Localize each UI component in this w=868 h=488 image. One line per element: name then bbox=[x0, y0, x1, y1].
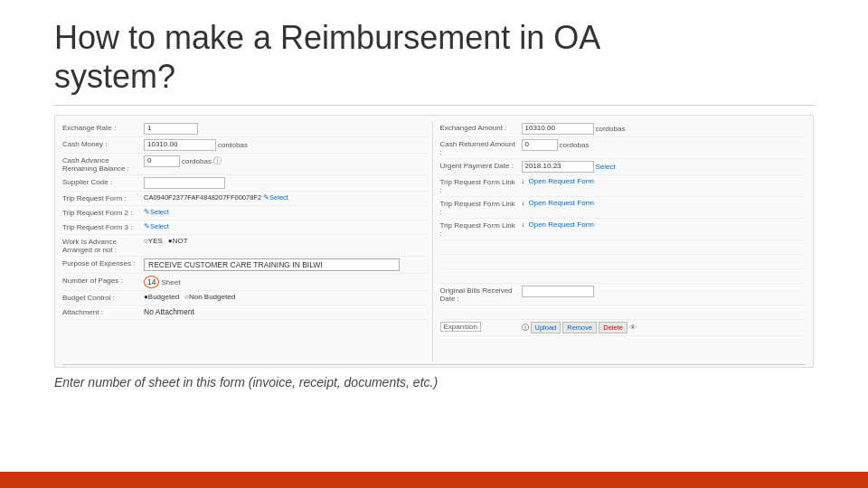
trip-form2-value: ✎Select bbox=[144, 208, 429, 216]
trip-link2-row: Trip Request Form Link : ↓ Open Request … bbox=[440, 197, 807, 219]
budget-label: Budget Control : bbox=[62, 293, 144, 302]
spacer1-row bbox=[440, 240, 807, 255]
info-icon: ⓘ bbox=[213, 155, 222, 167]
supplier-code-row: Supplier Code : bbox=[62, 175, 429, 192]
orig-bills-value bbox=[522, 286, 807, 297]
upload-button[interactable]: Upload bbox=[531, 322, 561, 333]
attachment-row: Attachment : No Attachment bbox=[62, 305, 429, 320]
orig-bills-row: Original Bills Received Date : bbox=[440, 284, 807, 305]
down-arrow2-icon: ↓ bbox=[522, 199, 525, 207]
supplier-code-value bbox=[144, 177, 429, 189]
exchange-rate-input[interactable]: 1 bbox=[144, 123, 198, 135]
radio-yes[interactable]: ○YES bbox=[144, 237, 163, 245]
form-footer-links: ▲ [Travel Expense Claim Detail] bbox=[62, 364, 806, 368]
trip-form2-select[interactable]: ✎Select bbox=[144, 208, 169, 216]
info-attach-icon: ⓘ bbox=[522, 323, 529, 333]
cash-returned-row: Cash Returned Amount : 0 cordobas bbox=[440, 137, 807, 159]
spacer3-row bbox=[440, 269, 807, 284]
down-arrow-icon: ↓ bbox=[522, 177, 525, 185]
trip-form2-row: Trip Request Form 2 : ✎Select bbox=[62, 206, 429, 221]
page-title: How to make a Reimbursement in OA system… bbox=[54, 18, 814, 96]
trip-form3-select[interactable]: ✎Select bbox=[144, 222, 169, 230]
urgent-date-select[interactable]: Select bbox=[596, 163, 616, 171]
cash-returned-unit: cordobas bbox=[560, 141, 590, 149]
supplier-code-input[interactable] bbox=[144, 177, 225, 189]
expansion-input[interactable]: Expansion bbox=[440, 322, 481, 332]
cash-returned-input[interactable]: 0 bbox=[522, 139, 558, 151]
slide-container: How to make a Reimbursement in OA system… bbox=[0, 0, 868, 488]
footer-instruction: Enter number of sheet in this form (invo… bbox=[54, 368, 814, 395]
work-advance-value: ○YES ●NOT bbox=[144, 237, 429, 245]
title-area: How to make a Reimbursement in OA system… bbox=[0, 0, 868, 105]
num-pages-value: 14 Sheet bbox=[144, 276, 429, 288]
orig-bills-input[interactable] bbox=[522, 286, 594, 297]
trip-link2-label: Trip Request Form Link : bbox=[440, 199, 522, 216]
attach-buttons-row: Expansion ⓘ Upload Remove Delete 👁 bbox=[440, 320, 807, 336]
exchanged-amount-value: 10310.00 cordobas bbox=[522, 123, 807, 135]
form-screenshot: Exchange Rate : 1 Cash Money : 10310.00 … bbox=[54, 115, 814, 368]
trip-link2-link[interactable]: Open Request Form bbox=[529, 199, 594, 207]
budget-value: ●Budgeted ○Non Budgeted bbox=[144, 293, 429, 301]
cash-returned-label: Cash Returned Amount : bbox=[440, 139, 522, 156]
attachment-value: No Attachment bbox=[144, 307, 429, 316]
exchange-rate-value: 1 bbox=[144, 123, 429, 135]
cash-advance-row: Cash Advance Remaining Balance : 0 cordo… bbox=[62, 154, 429, 175]
trip-form1-label: Trip Request Form : bbox=[62, 193, 144, 202]
attachment-text: No Attachment bbox=[144, 307, 194, 316]
exchanged-amount-input[interactable]: 10310.00 bbox=[522, 123, 594, 135]
cash-advance-unit: cordobas bbox=[182, 157, 212, 165]
content-area: Exchange Rate : 1 Cash Money : 10310.00 … bbox=[0, 106, 868, 472]
cash-money-input[interactable]: 10310.00 bbox=[144, 139, 216, 151]
exchanged-amount-unit: cordobas bbox=[596, 125, 626, 133]
radio-budgeted[interactable]: ●Budgeted bbox=[144, 293, 179, 301]
down-arrow3-icon: ↓ bbox=[522, 221, 525, 229]
exchanged-amount-row: Exchanged Amount : 10310.00 cordobas bbox=[440, 121, 807, 137]
delete-button[interactable]: Delete bbox=[599, 322, 627, 333]
cash-returned-value: 0 cordobas bbox=[522, 139, 807, 151]
urgent-date-row: Urgent Payment Date : 2018.10.23 Select bbox=[440, 159, 807, 175]
attach-buttons-label: Expansion bbox=[440, 322, 522, 331]
purpose-input[interactable]: RECEIVE CUSTOMER CARE TRAINING IN BILWI bbox=[144, 258, 400, 271]
purpose-row: Purpose of Expenses : RECEIVE CUSTOMER C… bbox=[62, 257, 429, 274]
urgent-date-label: Urgent Payment Date : bbox=[440, 161, 522, 170]
cash-money-unit: cordobas bbox=[218, 141, 248, 149]
cash-advance-input[interactable]: 0 bbox=[144, 155, 180, 167]
trip-form2-label: Trip Request Form 2 : bbox=[62, 208, 144, 217]
cash-money-value: 10310.00 cordobas bbox=[144, 139, 429, 151]
trip-link1-row: Trip Request Form Link : ↓ Open Request … bbox=[440, 175, 807, 197]
cash-advance-label: Cash Advance Remaining Balance : bbox=[62, 155, 144, 173]
cash-money-label: Cash Money : bbox=[62, 139, 144, 148]
num-pages-circled[interactable]: 14 bbox=[144, 276, 159, 288]
budget-row: Budget Control : ●Budgeted ○Non Budgeted bbox=[62, 291, 429, 305]
radio-non-budgeted[interactable]: ○Non Budgeted bbox=[184, 293, 235, 301]
trip-link1-label: Trip Request Form Link : bbox=[440, 177, 522, 194]
attachment-label: Attachment : bbox=[62, 307, 144, 316]
supplier-code-label: Supplier Code : bbox=[62, 177, 144, 186]
view-icon[interactable]: 👁 bbox=[629, 324, 637, 332]
remove-button[interactable]: Remove bbox=[562, 322, 597, 333]
trip-form1-value: CA0940F2377FAF4848207FF00078F2 ✎Select bbox=[144, 193, 429, 202]
spacer2-row bbox=[440, 255, 807, 269]
trip-form3-label: Trip Request Form 3 : bbox=[62, 222, 144, 231]
urgent-date-input[interactable]: 2018.10.23 bbox=[522, 161, 594, 173]
orig-bills-label: Original Bills Received Date : bbox=[440, 286, 522, 303]
bottom-bar bbox=[0, 472, 868, 488]
trip-link3-link[interactable]: Open Request Form bbox=[529, 221, 594, 229]
exchange-rate-row: Exchange Rate : 1 bbox=[62, 121, 429, 137]
exchanged-amount-label: Exchanged Amount : bbox=[440, 123, 522, 132]
num-pages-label: Number of Pages : bbox=[62, 276, 144, 285]
trip-form1-select[interactable]: ✎Select bbox=[263, 193, 288, 202]
num-pages-unit: Sheet bbox=[161, 278, 180, 286]
trip-link3-row: Trip Request Form Link : ↓ Open Request … bbox=[440, 219, 807, 240]
work-advance-row: Work Is Advance Arranged or not : ○YES ●… bbox=[62, 235, 429, 257]
trip-link2-value: ↓ Open Request Form bbox=[522, 199, 807, 207]
trip-form1-hash: CA0940F2377FAF4848207FF00078F2 bbox=[144, 193, 261, 202]
trip-form3-value: ✎Select bbox=[144, 222, 429, 230]
purpose-label: Purpose of Expenses : bbox=[62, 258, 144, 267]
trip-link1-link[interactable]: Open Request Form bbox=[529, 177, 594, 185]
trip-link1-value: ↓ Open Request Form bbox=[522, 177, 807, 185]
num-pages-row: Number of Pages : 14 Sheet bbox=[62, 274, 429, 291]
trip-link3-value: ↓ Open Request Form bbox=[522, 221, 807, 229]
purpose-value: RECEIVE CUSTOMER CARE TRAINING IN BILWI bbox=[144, 258, 429, 271]
spacer4-row bbox=[440, 305, 807, 320]
